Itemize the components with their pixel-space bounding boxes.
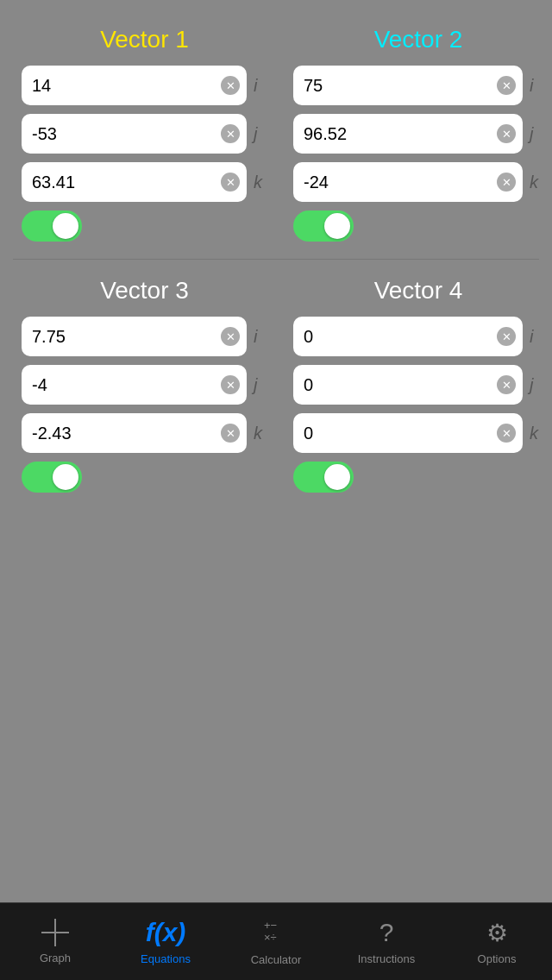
vector1-j-wrapper: ✕ bbox=[22, 114, 247, 154]
vector1-i-wrapper: ✕ bbox=[22, 66, 247, 105]
vector2-i-row: ✕ i bbox=[293, 66, 543, 105]
vector4-k-row: ✕ k bbox=[293, 413, 543, 453]
vector-row-1: Vector 1 ✕ i ✕ j ✕ k bbox=[0, 17, 552, 250]
vector2-k-clear[interactable]: ✕ bbox=[497, 173, 516, 192]
vector1-j-input[interactable] bbox=[22, 114, 247, 154]
vector1-j-clear[interactable]: ✕ bbox=[221, 124, 240, 143]
fx-icon: f(x) bbox=[146, 918, 186, 947]
vector4-toggle-container bbox=[293, 462, 543, 493]
vector-row-2: Vector 3 ✕ i ✕ j ✕ k bbox=[0, 268, 552, 501]
vector1-k-clear[interactable]: ✕ bbox=[221, 173, 240, 192]
vector2-k-row: ✕ k bbox=[293, 162, 543, 202]
tab-instructions[interactable]: ? Instructions bbox=[331, 903, 442, 980]
vector2-i-label: i bbox=[530, 76, 543, 96]
vector3-title: Vector 3 bbox=[22, 277, 267, 305]
vector2-title: Vector 2 bbox=[293, 26, 543, 53]
vector4-j-input[interactable] bbox=[293, 365, 523, 405]
vector4-k-wrapper: ✕ bbox=[293, 413, 523, 453]
calculator-icon: +− ×÷ bbox=[262, 917, 290, 948]
tab-calculator-label: Calculator bbox=[251, 953, 302, 966]
gear-icon: ⚙ bbox=[486, 919, 508, 947]
vector3-k-input[interactable] bbox=[22, 413, 247, 453]
vector2-j-row: ✕ j bbox=[293, 114, 543, 154]
vector1-k-row: ✕ k bbox=[22, 162, 267, 202]
vector1-k-wrapper: ✕ bbox=[22, 162, 247, 202]
vector2-j-clear[interactable]: ✕ bbox=[497, 124, 516, 143]
vector2-toggle-thumb bbox=[324, 213, 350, 239]
vector4-i-row: ✕ i bbox=[293, 317, 543, 356]
vector2-toggle[interactable] bbox=[293, 210, 354, 242]
vector3-j-row: ✕ j bbox=[22, 365, 267, 405]
tab-bar: Graph f(x) Equations +− ×÷ Calculator ? … bbox=[0, 902, 552, 980]
vector2-i-input[interactable] bbox=[293, 66, 523, 105]
vector3-toggle-thumb bbox=[53, 464, 78, 490]
section-divider bbox=[13, 259, 539, 260]
vector3-k-label: k bbox=[254, 424, 267, 443]
vector3-i-wrapper: ✕ bbox=[22, 317, 247, 356]
vector3-i-clear[interactable]: ✕ bbox=[221, 327, 240, 346]
vector1-title: Vector 1 bbox=[22, 26, 267, 53]
vector3-toggle[interactable] bbox=[22, 462, 82, 493]
vector4-section: Vector 4 ✕ i ✕ j ✕ k bbox=[276, 268, 552, 501]
vector3-k-clear[interactable]: ✕ bbox=[221, 424, 240, 443]
vector1-i-clear[interactable]: ✕ bbox=[221, 76, 240, 95]
vector3-section: Vector 3 ✕ i ✕ j ✕ k bbox=[0, 268, 276, 501]
vector1-k-label: k bbox=[254, 173, 267, 192]
tab-graph[interactable]: Graph bbox=[0, 903, 110, 980]
vector4-k-clear[interactable]: ✕ bbox=[497, 424, 516, 443]
tab-equations[interactable]: f(x) Equations bbox=[110, 903, 221, 980]
vector3-k-wrapper: ✕ bbox=[22, 413, 247, 453]
vector4-j-label: j bbox=[530, 375, 543, 395]
vector2-i-wrapper: ✕ bbox=[293, 66, 523, 105]
vector1-j-label: j bbox=[254, 124, 267, 144]
vector1-section: Vector 1 ✕ i ✕ j ✕ k bbox=[0, 17, 276, 250]
vector3-i-row: ✕ i bbox=[22, 317, 267, 356]
svg-text:×÷: ×÷ bbox=[264, 931, 277, 944]
vector2-k-input[interactable] bbox=[293, 162, 523, 202]
vector4-toggle[interactable] bbox=[293, 462, 354, 493]
vector3-j-input[interactable] bbox=[22, 365, 247, 405]
vector2-j-wrapper: ✕ bbox=[293, 114, 523, 154]
vector1-toggle-thumb bbox=[53, 213, 78, 239]
main-content: Vector 1 ✕ i ✕ j ✕ k bbox=[0, 0, 552, 902]
svg-text:+−: +− bbox=[264, 919, 277, 932]
vector1-j-row: ✕ j bbox=[22, 114, 267, 154]
vector4-i-wrapper: ✕ bbox=[293, 317, 523, 356]
vector1-toggle[interactable] bbox=[22, 210, 82, 242]
vector3-toggle-container bbox=[22, 462, 267, 493]
tab-calculator[interactable]: +− ×÷ Calculator bbox=[221, 903, 331, 980]
tab-equations-label: Equations bbox=[141, 952, 191, 965]
tab-options[interactable]: ⚙ Options bbox=[442, 903, 552, 980]
vector4-j-clear[interactable]: ✕ bbox=[497, 375, 516, 394]
vector1-i-input[interactable] bbox=[22, 66, 247, 105]
vector2-k-label: k bbox=[530, 173, 543, 192]
vector2-i-clear[interactable]: ✕ bbox=[497, 76, 516, 95]
vector2-k-wrapper: ✕ bbox=[293, 162, 523, 202]
vector4-i-clear[interactable]: ✕ bbox=[497, 327, 516, 346]
vector3-j-label: j bbox=[254, 375, 267, 395]
vector4-i-input[interactable] bbox=[293, 317, 523, 356]
vector2-toggle-container bbox=[293, 210, 543, 242]
vector4-k-label: k bbox=[530, 424, 543, 443]
vector3-j-clear[interactable]: ✕ bbox=[221, 375, 240, 394]
vector4-title: Vector 4 bbox=[293, 277, 543, 305]
vector1-i-label: i bbox=[254, 76, 267, 96]
vector4-j-wrapper: ✕ bbox=[293, 365, 523, 405]
vector4-i-label: i bbox=[530, 327, 543, 347]
vector1-toggle-container bbox=[22, 210, 267, 242]
vector3-k-row: ✕ k bbox=[22, 413, 267, 453]
vector2-j-input[interactable] bbox=[293, 114, 523, 154]
vector4-toggle-thumb bbox=[324, 464, 350, 490]
vector2-j-label: j bbox=[530, 124, 543, 144]
vector4-k-input[interactable] bbox=[293, 413, 523, 453]
tab-instructions-label: Instructions bbox=[358, 952, 415, 965]
tab-graph-label: Graph bbox=[40, 952, 71, 964]
vector1-k-input[interactable] bbox=[22, 162, 247, 202]
vector4-j-row: ✕ j bbox=[293, 365, 543, 405]
vector3-i-label: i bbox=[254, 327, 267, 347]
graph-icon bbox=[41, 919, 69, 946]
vector3-i-input[interactable] bbox=[22, 317, 247, 356]
question-icon: ? bbox=[380, 918, 394, 947]
vector1-i-row: ✕ i bbox=[22, 66, 267, 105]
vector2-section: Vector 2 ✕ i ✕ j ✕ k bbox=[276, 17, 552, 250]
